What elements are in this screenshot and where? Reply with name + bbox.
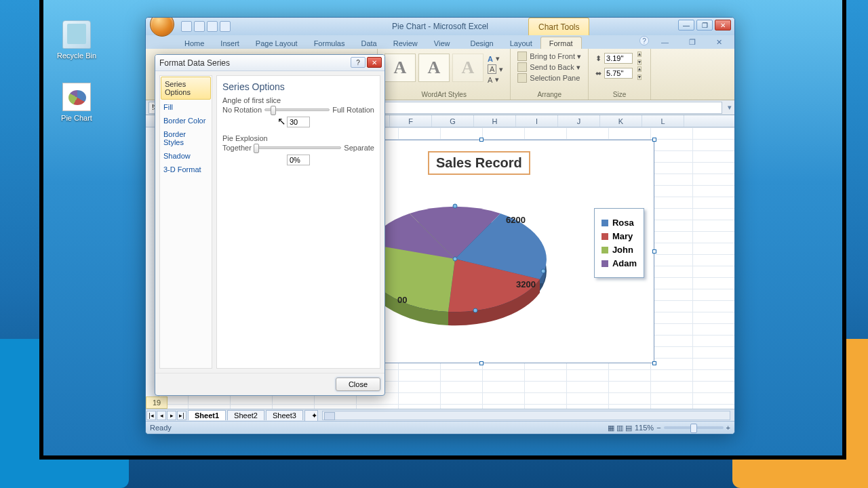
row-header-19[interactable]: 19 <box>146 396 167 409</box>
recycle-bin-icon <box>62 20 91 49</box>
sheet-tab[interactable]: Sheet2 <box>227 410 264 420</box>
slider-min-label: No Rotation <box>222 106 262 114</box>
mdi-close[interactable]: ✕ <box>708 36 730 48</box>
dialog-title: Format Data Series <box>159 58 230 68</box>
dialog-close-button[interactable]: ✕ <box>367 57 382 68</box>
chart-title[interactable]: Sales Record <box>428 151 530 175</box>
sheet-tab[interactable]: Sheet1 <box>188 410 226 420</box>
tab-nav-buttons[interactable]: |◂◂▸▸| <box>146 411 186 420</box>
cat-border-styles[interactable]: Border Styles <box>160 127 212 149</box>
slider-max-label: Separate <box>344 144 374 152</box>
zoom-control[interactable]: ▦ ▥ ▤ 115% −+ <box>608 424 730 432</box>
tab-review[interactable]: Review <box>385 37 426 49</box>
minimize-button[interactable]: — <box>678 20 694 30</box>
mdi-minimize[interactable]: — <box>653 36 677 48</box>
desktop-icon-recycle[interactable]: Recycle Bin <box>53 20 100 60</box>
window-title: Pie Chart - Microsoft Excel <box>146 22 734 31</box>
dialog-titlebar[interactable]: Format Data Series ? ✕ <box>155 55 384 71</box>
explosion-slider[interactable] <box>254 146 342 149</box>
close-button[interactable]: Close <box>336 378 380 391</box>
svg-point-1 <box>453 204 457 208</box>
tab-view[interactable]: View <box>426 37 458 49</box>
tab-format[interactable]: Format <box>540 37 582 49</box>
close-button[interactable]: ✕ <box>715 20 731 30</box>
mdi-restore[interactable]: ❐ <box>681 36 704 48</box>
chart-legend[interactable]: Rosa Mary John Adam <box>594 208 644 278</box>
text-outline[interactable]: A▾ <box>488 64 503 74</box>
pane-heading: Series Options <box>222 81 374 92</box>
format-data-series-dialog: Format Data Series ? ✕ Series Options Fi… <box>155 54 385 396</box>
text-fill[interactable]: A▾ <box>488 54 503 63</box>
desktop-icon-piechart[interactable]: Pie Chart <box>53 83 100 122</box>
new-sheet-button[interactable]: ✦ <box>304 410 318 421</box>
cat-3d-format[interactable]: 3-D Format <box>160 163 212 176</box>
shape-height[interactable]: ⬍▴▾ <box>595 52 644 65</box>
monitor-frame: Recycle Bin Pie Chart Pie Chart - Micros… <box>39 0 846 460</box>
sheet-tab-bar: |◂◂▸▸| Sheet1 Sheet2 Sheet3 ✦ <box>146 409 734 421</box>
cat-fill[interactable]: Fill <box>160 100 212 114</box>
status-bar: Ready ▦ ▥ ▤ 115% −+ <box>146 421 734 434</box>
group-label: Arrange <box>517 89 581 100</box>
svg-point-2 <box>541 269 545 273</box>
tab-formulas[interactable]: Formulas <box>306 37 353 49</box>
group-label: Size <box>595 89 644 100</box>
tab-insert[interactable]: Insert <box>212 37 248 49</box>
ribbon-tabs: Home Insert Page Layout Formulas Data Re… <box>146 35 734 49</box>
excel-file-icon <box>62 83 91 111</box>
cat-border-color[interactable]: Border Color <box>160 114 212 127</box>
tab-data[interactable]: Data <box>353 37 384 49</box>
horizontal-scrollbar[interactable] <box>322 411 730 420</box>
shape-width[interactable]: ⬌▴▾ <box>595 66 644 80</box>
maximize-button[interactable]: ❐ <box>696 20 713 30</box>
tab-layout[interactable]: Layout <box>502 37 540 49</box>
tab-design[interactable]: Design <box>462 37 501 49</box>
bring-to-front[interactable]: Bring to Front ▾ <box>517 52 581 61</box>
angle-slider[interactable] <box>264 108 330 111</box>
slider-max-label: Full Rotation <box>332 106 374 114</box>
svg-point-4 <box>453 257 457 261</box>
data-label: 3200 <box>516 279 536 289</box>
wordart-gallery[interactable]: AAA <box>384 52 484 84</box>
icon-label: Pie Chart <box>61 114 92 122</box>
window-titlebar[interactable]: Pie Chart - Microsoft Excel Chart Tools … <box>146 18 734 35</box>
dialog-options-pane: Series Options Angle of first slice No R… <box>216 75 380 369</box>
svg-point-3 <box>473 308 477 312</box>
status-text: Ready <box>150 424 172 432</box>
help-button[interactable]: ? <box>639 36 649 45</box>
selection-pane[interactable]: Selection Pane <box>517 73 581 83</box>
tab-page-layout[interactable]: Page Layout <box>248 37 306 49</box>
contextual-tab-label: Chart Tools <box>528 18 589 35</box>
tab-home[interactable]: Home <box>176 37 212 49</box>
explosion-label: Pie Explosion <box>222 134 374 142</box>
group-label: WordArt Styles <box>384 89 503 100</box>
dialog-help-button[interactable]: ? <box>351 57 366 68</box>
explosion-value-input[interactable] <box>287 155 310 165</box>
data-label: 6200 <box>506 215 526 225</box>
data-label: 00 <box>397 295 407 305</box>
quick-access-toolbar[interactable] <box>181 21 231 32</box>
office-button[interactable] <box>150 17 174 37</box>
sheet-tab[interactable]: Sheet3 <box>266 410 303 420</box>
cat-shadow[interactable]: Shadow <box>160 149 212 163</box>
dialog-category-list: Series Options Fill Border Color Border … <box>159 75 212 369</box>
angle-value-input[interactable] <box>287 117 310 127</box>
send-to-back[interactable]: Send to Back ▾ <box>517 62 581 72</box>
text-effects[interactable]: A▾ <box>488 75 503 84</box>
icon-label: Recycle Bin <box>57 52 96 60</box>
angle-label: Angle of first slice <box>222 96 374 104</box>
cat-series-options[interactable]: Series Options <box>161 77 211 100</box>
slider-min-label: Together <box>222 144 252 152</box>
